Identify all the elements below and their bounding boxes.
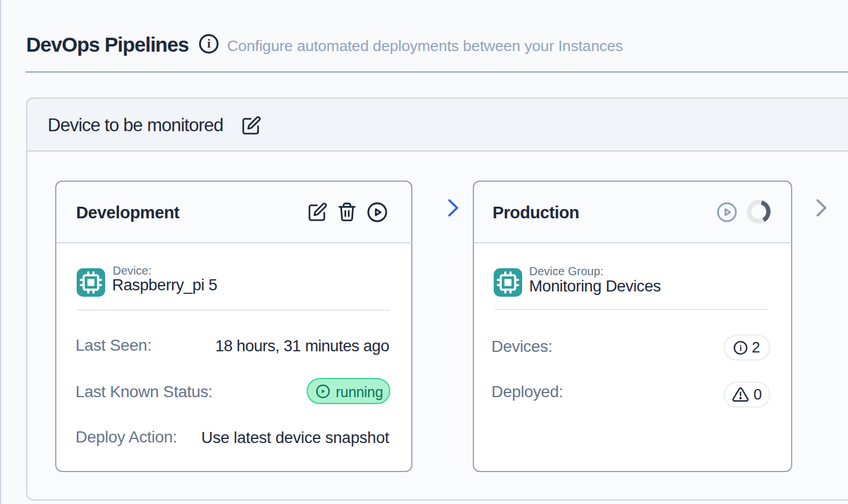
svg-text:i: i [739, 343, 742, 352]
svg-text:i: i [207, 37, 211, 50]
